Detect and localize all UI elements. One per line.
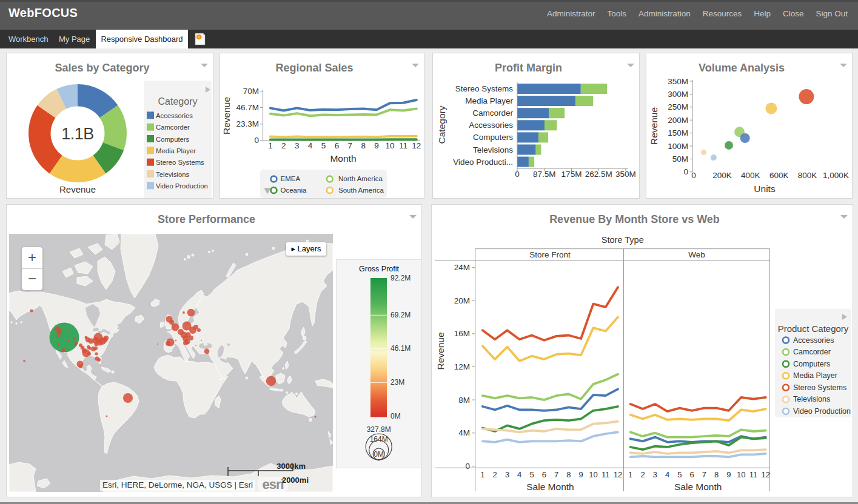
svg-text:Store Front: Store Front — [529, 250, 571, 259]
svg-text:Computers: Computers — [473, 133, 513, 142]
svg-text:1: 1 — [480, 470, 484, 479]
svg-text:6: 6 — [542, 470, 546, 479]
svg-text:EMEA: EMEA — [281, 175, 301, 182]
svg-text:Stereo Systems: Stereo Systems — [455, 84, 514, 93]
svg-text:10: 10 — [589, 470, 597, 479]
svg-text:12: 12 — [614, 470, 622, 479]
svg-text:262.5M: 262.5M — [585, 170, 612, 179]
svg-text:Televisions: Televisions — [156, 171, 190, 178]
svg-text:12M: 12M — [454, 362, 470, 371]
svg-text:Accessories: Accessories — [469, 121, 513, 130]
svg-text:250M: 250M — [668, 102, 688, 111]
svg-text:Media Player: Media Player — [156, 147, 196, 154]
svg-text:300M: 300M — [668, 90, 688, 99]
svg-text:0: 0 — [515, 170, 520, 179]
svg-text:3: 3 — [653, 470, 657, 479]
svg-text:164M: 164M — [370, 435, 388, 443]
svg-text:9: 9 — [726, 470, 731, 479]
svg-text:Revenue: Revenue — [221, 97, 232, 134]
svg-text:200K: 200K — [712, 171, 732, 180]
svg-text:400K: 400K — [741, 171, 760, 180]
svg-text:8: 8 — [714, 470, 719, 479]
svg-text:92.2M: 92.2M — [390, 274, 411, 282]
svg-text:2: 2 — [493, 470, 497, 479]
svg-text:6: 6 — [689, 470, 694, 479]
svg-text:24M: 24M — [454, 263, 470, 272]
svg-text:9: 9 — [578, 470, 583, 479]
svg-text:Store Type: Store Type — [602, 235, 644, 245]
svg-text:7: 7 — [702, 470, 706, 479]
svg-text:3: 3 — [295, 141, 300, 150]
svg-text:11: 11 — [399, 141, 407, 150]
svg-text:46.7M: 46.7M — [236, 103, 259, 112]
svg-text:Revenue: Revenue — [649, 107, 659, 145]
svg-text:North America: North America — [338, 175, 383, 182]
svg-text:4M: 4M — [458, 428, 470, 437]
svg-text:7: 7 — [554, 470, 558, 479]
svg-text:0M: 0M — [374, 450, 384, 459]
svg-text:2: 2 — [281, 141, 286, 150]
svg-text:12: 12 — [412, 141, 421, 150]
svg-text:Accessories: Accessories — [156, 112, 193, 119]
svg-text:327.8M: 327.8M — [367, 425, 391, 434]
svg-text:10: 10 — [385, 141, 394, 150]
svg-text:0: 0 — [254, 136, 259, 145]
svg-text:Esri, HERE, DeLorme, NGA, USGS: Esri, HERE, DeLorme, NGA, USGS | Esri — [102, 480, 253, 489]
svg-text:4: 4 — [517, 470, 521, 479]
svg-text:150M: 150M — [668, 128, 688, 138]
svg-text:800K: 800K — [798, 171, 817, 180]
svg-text:7: 7 — [348, 141, 353, 150]
svg-text:6: 6 — [335, 141, 340, 150]
svg-text:350M: 350M — [668, 77, 688, 86]
svg-text:South America: South America — [338, 187, 384, 194]
svg-text:Camcorder: Camcorder — [793, 348, 831, 356]
svg-text:Computers: Computers — [156, 136, 190, 143]
svg-text:1: 1 — [628, 470, 632, 479]
svg-text:87.5M: 87.5M — [533, 170, 556, 179]
svg-text:Camcorder: Camcorder — [156, 124, 190, 131]
svg-text:2: 2 — [640, 470, 645, 479]
svg-text:3: 3 — [505, 470, 509, 479]
svg-text:8: 8 — [566, 470, 571, 479]
svg-text:Computers: Computers — [793, 360, 830, 368]
svg-text:5: 5 — [677, 470, 682, 479]
svg-text:Televisions: Televisions — [793, 395, 830, 403]
svg-text:Televisions: Televisions — [473, 145, 513, 154]
svg-text:12: 12 — [762, 470, 770, 479]
svg-text:9: 9 — [374, 141, 379, 150]
svg-text:10: 10 — [737, 470, 745, 479]
svg-text:Category: Category — [437, 105, 447, 144]
svg-text:5: 5 — [529, 470, 534, 479]
svg-text:Category: Category — [158, 96, 198, 107]
svg-text:100M: 100M — [668, 142, 688, 151]
svg-text:20M: 20M — [454, 296, 470, 305]
svg-text:3000km: 3000km — [277, 462, 306, 471]
svg-text:0M: 0M — [390, 412, 401, 420]
svg-text:Video Production: Video Production — [793, 407, 851, 416]
svg-text:Media Player: Media Player — [465, 96, 513, 105]
svg-text:600K: 600K — [769, 171, 789, 180]
svg-text:70M: 70M — [243, 87, 259, 96]
svg-text:1,000K: 1,000K — [823, 171, 849, 180]
svg-text:Units: Units — [754, 184, 776, 194]
svg-text:0: 0 — [683, 167, 688, 176]
svg-text:11: 11 — [749, 470, 758, 479]
svg-text:0: 0 — [465, 462, 470, 471]
svg-text:350M: 350M — [615, 170, 636, 179]
svg-text:Camcorder: Camcorder — [472, 108, 513, 118]
svg-text:200M: 200M — [668, 116, 688, 125]
svg-text:175M: 175M — [561, 170, 582, 179]
svg-text:8: 8 — [361, 141, 366, 150]
svg-text:esri: esri — [262, 477, 283, 492]
svg-text:Video Production: Video Production — [156, 182, 208, 190]
svg-text:46.1M: 46.1M — [390, 344, 411, 353]
svg-text:Revenue: Revenue — [435, 332, 446, 370]
svg-text:Video Producti...: Video Producti... — [453, 158, 513, 167]
svg-text:8M: 8M — [458, 396, 470, 405]
svg-text:Revenue: Revenue — [59, 184, 96, 194]
svg-text:Oceania: Oceania — [281, 187, 307, 194]
svg-text:Stereo Systems: Stereo Systems — [156, 159, 204, 166]
svg-text:23.3M: 23.3M — [236, 119, 259, 128]
svg-text:Month: Month — [330, 153, 356, 164]
svg-text:23M: 23M — [390, 378, 404, 386]
